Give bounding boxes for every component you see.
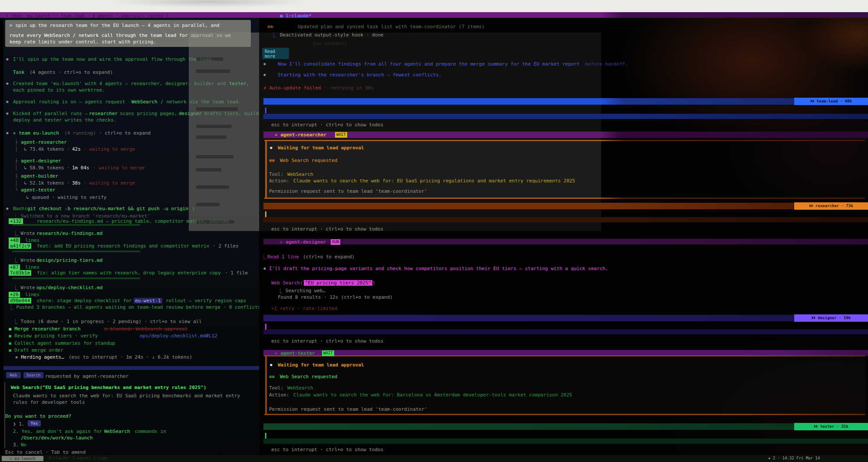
terminal-text: WebSearch xyxy=(104,429,130,434)
terminal-text: Do you want to proceed? xyxy=(5,413,71,419)
terminal-row: Web Search("EU SaaS pricing benchmarks a… xyxy=(3,385,259,391)
overlay-row xyxy=(196,69,230,73)
terminal-text: a41f2c9 xyxy=(9,243,31,249)
terminal-text: researcher xyxy=(89,111,118,116)
terminal-row: ◼ Review pricing tiers · verifyops/deplo… xyxy=(3,333,259,339)
terminal-text: ◼ Draft merge order xyxy=(9,347,63,353)
terminal-text: Tool: xyxy=(269,385,283,391)
terminal-text: · waiting to merge xyxy=(93,165,145,171)
terminal-text: ↳ 58.9k tokens · xyxy=(24,165,70,171)
overlay-row xyxy=(196,135,227,139)
terminal-text: +48 xyxy=(9,238,20,243)
terminal-row: 7c03b1efix: align tier names with resear… xyxy=(3,270,259,276)
terminal-text: agent-researcher xyxy=(21,139,67,145)
terminal-text: esc to interrupt · ctrl+o to show todos xyxy=(271,447,383,452)
terminal-text: lines xyxy=(25,264,39,270)
terminal-text: design/pricing-tiers.md xyxy=(36,257,102,263)
terminal-text: +26 xyxy=(9,292,20,297)
terminal-text: ⎿ xyxy=(271,32,276,38)
terminal-text: ops/deploy-checklist.md xyxy=(36,285,102,290)
terminal-text: I'll draft the pricing-page variants and… xyxy=(269,266,608,271)
terminal-text: lines xyxy=(25,292,39,297)
tmux-status-bar[interactable]: ❐ eu-launch 0:claude* 1:agents 2:logs ✚ … xyxy=(0,455,868,462)
terminal-text: agent-tester xyxy=(21,187,55,193)
desktop: Web Search Yes ⏵⏵ team-lead · 48k ⏵⏵ res… xyxy=(0,0,868,462)
terminal-row: Esc to cancel · Tab to amend xyxy=(3,449,259,455)
status-windows[interactable]: 0:claude* 1:agents 2:logs xyxy=(49,456,107,460)
option-yes-pill[interactable]: Yes xyxy=(28,420,41,426)
terminal-text: more xyxy=(265,53,275,59)
terminal-text: RUN xyxy=(331,239,340,245)
terminal-text: 42s xyxy=(72,146,81,152)
terminal-text: ▍ xyxy=(265,433,268,439)
terminal-row: ✳ Herding agents…(esc to interrupt · 1m … xyxy=(3,354,259,360)
terminal-text: deploy and tester writes the checks. xyxy=(13,117,116,123)
terminal-text: esc to interrupt · ctrl+o to show todos xyxy=(271,338,383,344)
terminal-text: requested by agent-researcher xyxy=(45,373,128,379)
terminal-row: a41f2c9feat: add EU pricing research fin… xyxy=(3,243,259,249)
terminal-row: 3.No xyxy=(3,442,259,448)
terminal-text: Web Search( xyxy=(271,280,303,286)
terminal-text: ✳ agent-designer xyxy=(280,239,326,245)
overlay-row xyxy=(196,155,233,158)
terminal-text: No xyxy=(21,442,26,448)
overlay-row xyxy=(196,107,238,111)
terminal-text: /Users/dev/work/eu-launch xyxy=(21,435,93,441)
terminal-text: ⎿ xyxy=(261,254,266,260)
terminal-text: Permission request sent to team lead 'te… xyxy=(269,406,427,412)
terminal-text: fix: align tier names with research, dro… xyxy=(37,270,221,276)
terminal-text: ⏺ xyxy=(6,56,9,62)
status-session-chip[interactable]: ❐ eu-launch xyxy=(2,456,43,461)
terminal-text: ⏺ xyxy=(6,99,9,105)
terminal-text: ⏺ xyxy=(270,362,273,368)
terminal-text: ▍ xyxy=(265,324,268,330)
terminal-text: (4 agents · ctrl+o to expand) xyxy=(30,69,113,75)
terminal-text: Action: xyxy=(269,178,289,184)
terminal-text: Read 1 line xyxy=(267,254,299,260)
terminal-text: Bash( xyxy=(13,206,27,211)
terminal-text: ⏺ xyxy=(6,130,9,136)
terminal-text: feat: add EU pricing research findings a… xyxy=(37,243,209,249)
terminal-text: Updated plan and synced task list with t… xyxy=(298,24,484,30)
terminal-text: ⏺ xyxy=(6,206,9,211)
terminal-text: Starting with the researcher's branch — … xyxy=(278,72,442,78)
terminal-text: ⏺ xyxy=(263,61,266,67)
terminal-text: ⏺ xyxy=(270,145,273,151)
terminal-text: WAIT xyxy=(335,132,347,138)
terminal-text: ◻ blocked: WebSearch approval xyxy=(104,326,187,332)
terminal-row: ⎿ Wroteops/deploy-checklist.md xyxy=(3,285,259,291)
terminal-text: I'll spin up the team now and wire the a… xyxy=(13,56,214,62)
terminal-text: 7c03b1e xyxy=(9,270,31,276)
terminal-row: Claude wants to search the web for: EU S… xyxy=(3,393,259,399)
terminal-text: └ xyxy=(15,187,18,193)
terminal-text: WebSearch xyxy=(287,172,313,177)
terminal-text: ✳ agent-tester xyxy=(275,350,315,356)
terminal-text: ❯ 1. xyxy=(13,421,25,427)
terminal-text: (esc to interrupt · 1m 24s · ↓ 6.2k toke… xyxy=(69,354,192,360)
terminal-text: Action: xyxy=(269,392,289,398)
terminal-text: Now I'll consolidate findings from all f… xyxy=(278,61,579,67)
terminal-text: chore: stage deploy checklist for xyxy=(37,298,132,304)
terminal-text: rollout — verify region caps xyxy=(166,298,246,304)
terminal-text: ⎿ Wrote xyxy=(13,285,35,290)
terminal-row: rules for developer tools xyxy=(3,399,259,406)
terminal-text: git checkout -b research/eu-market && gi… xyxy=(27,206,188,211)
terminal-text: Claude wants to search the web for: EU S… xyxy=(293,178,575,184)
overlay-row xyxy=(196,168,221,172)
terminal-text: ↳ 52.1k tokens · xyxy=(24,180,70,186)
terminal-text: each pinned to its own worktree. xyxy=(13,87,105,93)
terminal-text: ⏺ xyxy=(263,72,266,78)
terminal-row: ❯ 1. xyxy=(3,421,259,427)
terminal-row: +26lines xyxy=(3,292,259,298)
terminal-text: ✽✽ xyxy=(269,158,275,163)
terminal-text: WebSearch xyxy=(132,99,158,105)
terminal-text: ✳ agent-researcher xyxy=(275,132,326,138)
terminal-text: ◼ Review pricing tiers · verify xyxy=(9,333,98,339)
terminal-text: Found 8 results · 12s (ctrl+o to expand) xyxy=(278,294,393,300)
terminal-row: ⎿ Todos (6 done · 1 in progress · 2 pend… xyxy=(3,319,259,325)
terminal-row: ⎿ Wrotedesign/pricing-tiers.md xyxy=(3,257,259,264)
terminal-text: +87 xyxy=(9,264,20,270)
terminal-row: +87lines xyxy=(3,264,259,271)
terminal-text: +132 xyxy=(9,218,23,224)
terminal-text: research/eu-findings.md xyxy=(36,231,102,236)
